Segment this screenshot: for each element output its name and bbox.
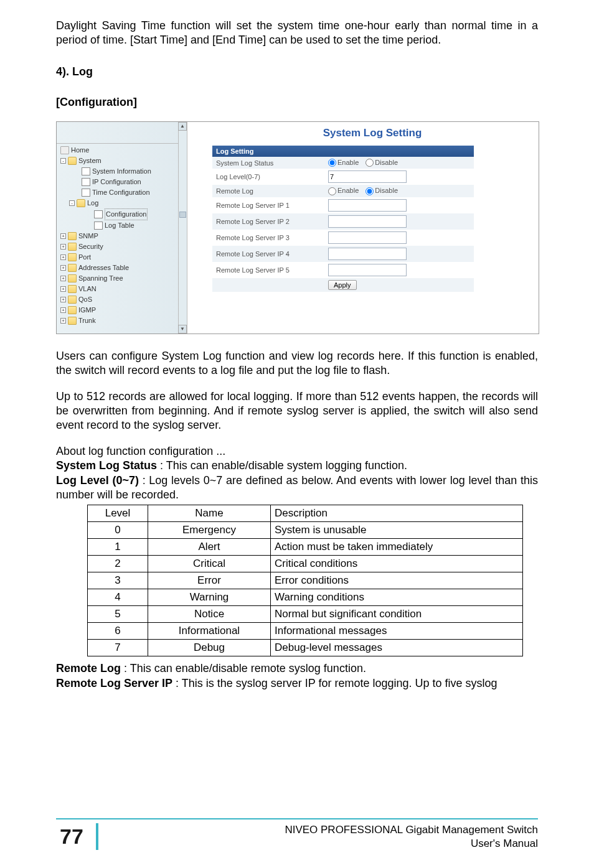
table-row: 2CriticalCritical conditions <box>88 556 523 572</box>
row-label: Remote Log <box>216 187 328 195</box>
radio-disable[interactable]: Disable <box>365 187 398 194</box>
row-label: Remote Log Server IP 2 <box>216 218 328 225</box>
row-server-ip-3: Remote Log Server IP 3 <box>212 230 474 246</box>
nav-label: Security <box>78 241 103 252</box>
radio-disable-input[interactable] <box>365 187 374 195</box>
radio-enable[interactable]: Enable <box>328 187 359 194</box>
folder-open-icon <box>68 157 77 165</box>
server-ip-input-5[interactable] <box>328 264 407 276</box>
folder-icon <box>68 243 77 251</box>
scroll-down-button[interactable]: ▼ <box>178 325 187 334</box>
nav-item-log[interactable]: - Log <box>60 198 184 208</box>
document-icon <box>94 210 103 218</box>
collapse-icon[interactable]: - <box>60 158 66 164</box>
expand-icon[interactable]: + <box>60 254 66 260</box>
table-header-row: Level Name Description <box>88 505 523 522</box>
row-label: Remote Log Server IP 1 <box>216 202 328 209</box>
nav-item-security[interactable]: + Security <box>60 241 184 252</box>
loglevel-line: Log Level (0~7) : Log levels 0~7 are def… <box>56 474 538 503</box>
section-log-heading: 4). Log <box>56 65 538 78</box>
cell-level: 1 <box>88 539 148 556</box>
collapse-icon[interactable]: - <box>69 200 75 206</box>
nav-item-vlan[interactable]: + VLAN <box>60 284 184 294</box>
desc-para1: Users can configure System Log function … <box>56 349 538 378</box>
dst-paragraph: Daylight Saving Time function will set t… <box>56 19 538 48</box>
nav-item-addresses[interactable]: + Addresses Table <box>60 263 184 273</box>
cell-name: Debug <box>148 640 271 656</box>
nav-item-home[interactable]: Home <box>60 145 184 156</box>
remote-ip-bold: Remote Log Server IP <box>56 677 172 689</box>
row-server-ip-4: Remote Log Server IP 4 <box>212 246 474 262</box>
nav-label: IGMP <box>78 305 96 315</box>
content-pane: System Log Setting Log Setting System Lo… <box>187 122 539 334</box>
server-ip-input-3[interactable] <box>328 231 407 244</box>
radio-enable[interactable]: Enable <box>328 159 359 166</box>
expand-icon[interactable]: + <box>60 244 66 250</box>
cell-description: System is unusable <box>271 522 523 539</box>
col-name-header: Name <box>148 505 271 522</box>
nav-header-blank <box>57 122 187 144</box>
expand-icon[interactable]: + <box>60 286 66 292</box>
table-row: 6InformationalInformational messages <box>88 623 523 640</box>
remote-ip-line: Remote Log Server IP : This is the syslo… <box>56 676 538 691</box>
scroll-up-button[interactable]: ▲ <box>178 122 187 131</box>
cell-name: Warning <box>148 589 271 606</box>
log-level-input[interactable] <box>328 170 407 183</box>
radio-disable-input[interactable] <box>365 159 374 167</box>
nav-item-log-config[interactable]: Configuration <box>60 208 184 220</box>
nav-item-log-table[interactable]: Log Table <box>60 220 184 231</box>
radio-enable-input[interactable] <box>328 187 336 195</box>
document-icon <box>82 167 90 175</box>
expand-icon[interactable]: + <box>60 233 66 239</box>
nav-item-trunk[interactable]: + Trunk <box>60 315 184 326</box>
nav-label: Home <box>71 145 89 156</box>
remote-ip-rest: : This is the syslog server IP for remot… <box>172 677 497 689</box>
nav-item-system[interactable]: - System <box>60 156 184 166</box>
server-ip-input-1[interactable] <box>328 199 407 212</box>
row-system-log-status: System Log Status Enable Disable <box>212 157 474 169</box>
nav-label: Port <box>78 252 91 263</box>
page-footer: 77 NIVEO PROFESSIONAL Gigabit Management… <box>56 818 538 851</box>
radio-disable[interactable]: Disable <box>365 159 398 166</box>
scrollbar-thumb[interactable] <box>179 212 186 218</box>
cell-level: 3 <box>88 572 148 589</box>
about-line: About log function configuration ... <box>56 444 538 459</box>
apply-button[interactable]: Apply <box>328 280 357 290</box>
expand-icon[interactable]: + <box>60 307 66 313</box>
loglevel-bold: Log Level (0~7) <box>56 474 139 487</box>
cell-description: Normal but significant condition <box>271 606 523 623</box>
row-label: System Log Status <box>216 159 328 167</box>
panel-title: System Log Setting <box>212 127 532 139</box>
row-server-ip-2: Remote Log Server IP 2 <box>212 213 474 230</box>
log-levels-table: Level Name Description 0EmergencySystem … <box>87 505 523 656</box>
nav-item-igmp[interactable]: + IGMP <box>60 305 184 315</box>
table-row: 4WarningWarning conditions <box>88 589 523 606</box>
cell-name: Informational <box>148 623 271 640</box>
nav-label: System Information <box>92 166 151 177</box>
nav-item-qos[interactable]: + QoS <box>60 294 184 305</box>
scrollbar-track[interactable] <box>178 131 187 325</box>
expand-icon[interactable]: + <box>60 276 66 281</box>
nav-item-time-config[interactable]: Time Configuration <box>60 187 184 198</box>
nav-item-port[interactable]: + Port <box>60 252 184 263</box>
server-ip-input-2[interactable] <box>328 215 407 228</box>
expand-icon[interactable]: + <box>60 297 66 302</box>
nav-item-spanning-tree[interactable]: + Spanning Tree <box>60 273 184 284</box>
nav-item-system-info[interactable]: System Information <box>60 166 184 177</box>
expand-icon[interactable]: + <box>60 318 66 324</box>
folder-open-icon <box>77 199 85 207</box>
cell-name: Emergency <box>148 522 271 539</box>
nav-item-snmp[interactable]: + SNMP <box>60 231 184 241</box>
panel-header: Log Setting <box>212 146 474 157</box>
nav-item-ip-config[interactable]: IP Configuration <box>60 177 184 187</box>
remote-log-bold: Remote Log <box>56 662 121 674</box>
row-label: Remote Log Server IP 4 <box>216 250 328 258</box>
cell-name: Notice <box>148 606 271 623</box>
expand-icon[interactable]: + <box>60 265 66 271</box>
server-ip-input-4[interactable] <box>328 248 407 260</box>
table-row: 3ErrorError conditions <box>88 572 523 589</box>
cell-level: 5 <box>88 606 148 623</box>
row-server-ip-1: Remote Log Server IP 1 <box>212 197 474 213</box>
radio-enable-input[interactable] <box>328 159 336 167</box>
folder-icon <box>68 285 77 293</box>
